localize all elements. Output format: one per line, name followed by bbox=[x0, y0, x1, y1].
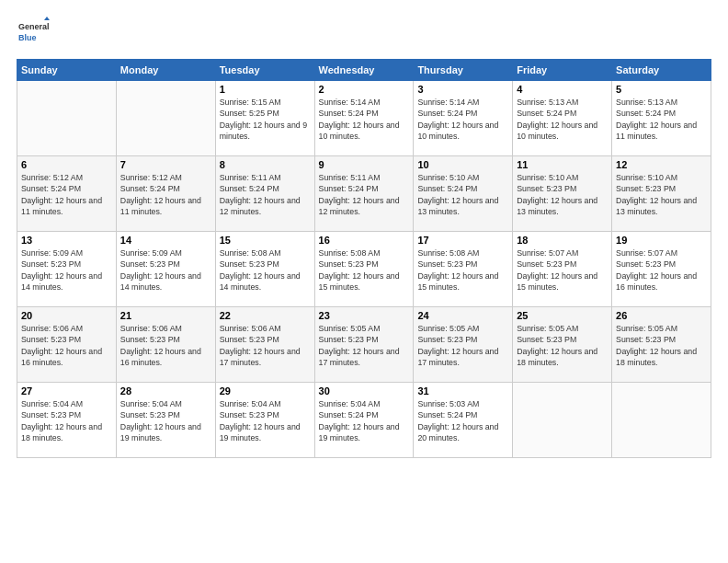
day-number: 16 bbox=[319, 235, 410, 246]
day-cell: 6Sunrise: 5:12 AM Sunset: 5:24 PM Daylig… bbox=[17, 156, 117, 232]
day-number: 22 bbox=[220, 310, 311, 321]
day-number: 24 bbox=[417, 310, 508, 321]
day-cell: 23Sunrise: 5:05 AM Sunset: 5:23 PM Dayli… bbox=[314, 307, 414, 383]
day-number: 31 bbox=[417, 385, 508, 396]
header-cell-tuesday: Tuesday bbox=[215, 60, 314, 81]
header-cell-saturday: Saturday bbox=[612, 60, 711, 81]
day-cell bbox=[612, 383, 711, 458]
day-number: 26 bbox=[616, 310, 707, 321]
day-cell: 29Sunrise: 5:04 AM Sunset: 5:23 PM Dayli… bbox=[215, 383, 314, 458]
week-row-2: 6Sunrise: 5:12 AM Sunset: 5:24 PM Daylig… bbox=[17, 156, 711, 232]
day-cell: 18Sunrise: 5:07 AM Sunset: 5:23 PM Dayli… bbox=[513, 232, 612, 307]
day-info: Sunrise: 5:08 AM Sunset: 5:23 PM Dayligh… bbox=[417, 247, 508, 293]
day-info: Sunrise: 5:11 AM Sunset: 5:24 PM Dayligh… bbox=[319, 172, 410, 217]
day-cell: 30Sunrise: 5:04 AM Sunset: 5:24 PM Dayli… bbox=[314, 383, 414, 458]
day-info: Sunrise: 5:06 AM Sunset: 5:23 PM Dayligh… bbox=[21, 323, 112, 368]
day-cell: 27Sunrise: 5:04 AM Sunset: 5:23 PM Dayli… bbox=[17, 383, 117, 458]
day-cell: 16Sunrise: 5:08 AM Sunset: 5:23 PM Dayli… bbox=[314, 232, 414, 307]
day-info: Sunrise: 5:15 AM Sunset: 5:25 PM Dayligh… bbox=[220, 97, 311, 142]
day-cell: 9Sunrise: 5:11 AM Sunset: 5:24 PM Daylig… bbox=[314, 156, 414, 232]
day-cell: 2Sunrise: 5:14 AM Sunset: 5:24 PM Daylig… bbox=[314, 81, 414, 156]
day-info: Sunrise: 5:09 AM Sunset: 5:23 PM Dayligh… bbox=[21, 247, 112, 293]
day-number: 8 bbox=[220, 159, 311, 170]
week-row-5: 27Sunrise: 5:04 AM Sunset: 5:23 PM Dayli… bbox=[17, 383, 711, 458]
day-cell: 15Sunrise: 5:08 AM Sunset: 5:23 PM Dayli… bbox=[215, 232, 314, 307]
day-info: Sunrise: 5:10 AM Sunset: 5:23 PM Dayligh… bbox=[517, 172, 608, 217]
day-number: 15 bbox=[220, 235, 311, 246]
day-info: Sunrise: 5:09 AM Sunset: 5:23 PM Dayligh… bbox=[120, 247, 211, 293]
day-info: Sunrise: 5:04 AM Sunset: 5:23 PM Dayligh… bbox=[220, 398, 311, 443]
day-info: Sunrise: 5:14 AM Sunset: 5:24 PM Dayligh… bbox=[319, 97, 410, 142]
day-number: 13 bbox=[21, 235, 112, 246]
day-number: 2 bbox=[319, 84, 410, 95]
day-number: 12 bbox=[616, 159, 707, 170]
day-number: 9 bbox=[319, 159, 410, 170]
week-row-4: 20Sunrise: 5:06 AM Sunset: 5:23 PM Dayli… bbox=[17, 307, 711, 383]
day-cell: 5Sunrise: 5:13 AM Sunset: 5:24 PM Daylig… bbox=[612, 81, 711, 156]
day-info: Sunrise: 5:07 AM Sunset: 5:23 PM Dayligh… bbox=[517, 247, 608, 293]
week-row-1: 1Sunrise: 5:15 AM Sunset: 5:25 PM Daylig… bbox=[17, 81, 711, 156]
svg-text:Blue: Blue bbox=[18, 33, 37, 42]
day-cell: 26Sunrise: 5:05 AM Sunset: 5:23 PM Dayli… bbox=[612, 307, 711, 383]
day-info: Sunrise: 5:05 AM Sunset: 5:23 PM Dayligh… bbox=[616, 323, 707, 368]
day-cell: 4Sunrise: 5:13 AM Sunset: 5:24 PM Daylig… bbox=[513, 81, 612, 156]
day-number: 21 bbox=[120, 310, 211, 321]
calendar-table: SundayMondayTuesdayWednesdayThursdayFrid… bbox=[17, 59, 711, 458]
day-cell: 21Sunrise: 5:06 AM Sunset: 5:23 PM Dayli… bbox=[116, 307, 215, 383]
day-cell: 19Sunrise: 5:07 AM Sunset: 5:23 PM Dayli… bbox=[612, 232, 711, 307]
day-info: Sunrise: 5:07 AM Sunset: 5:23 PM Dayligh… bbox=[616, 247, 707, 293]
day-cell: 10Sunrise: 5:10 AM Sunset: 5:24 PM Dayli… bbox=[414, 156, 513, 232]
day-cell: 24Sunrise: 5:05 AM Sunset: 5:23 PM Dayli… bbox=[414, 307, 513, 383]
day-cell: 25Sunrise: 5:05 AM Sunset: 5:23 PM Dayli… bbox=[513, 307, 612, 383]
day-number: 17 bbox=[417, 235, 508, 246]
day-number: 19 bbox=[616, 235, 707, 246]
day-cell: 11Sunrise: 5:10 AM Sunset: 5:23 PM Dayli… bbox=[513, 156, 612, 232]
day-number: 30 bbox=[319, 385, 410, 396]
day-number: 4 bbox=[517, 84, 608, 95]
day-cell: 12Sunrise: 5:10 AM Sunset: 5:23 PM Dayli… bbox=[612, 156, 711, 232]
day-number: 29 bbox=[220, 385, 311, 396]
calendar-header: SundayMondayTuesdayWednesdayThursdayFrid… bbox=[17, 60, 711, 81]
day-info: Sunrise: 5:04 AM Sunset: 5:24 PM Dayligh… bbox=[319, 398, 410, 443]
day-info: Sunrise: 5:05 AM Sunset: 5:23 PM Dayligh… bbox=[517, 323, 608, 368]
header-cell-friday: Friday bbox=[513, 60, 612, 81]
svg-text:General: General bbox=[18, 22, 50, 31]
day-cell: 20Sunrise: 5:06 AM Sunset: 5:23 PM Dayli… bbox=[17, 307, 117, 383]
day-info: Sunrise: 5:06 AM Sunset: 5:23 PM Dayligh… bbox=[220, 323, 311, 368]
day-info: Sunrise: 5:10 AM Sunset: 5:23 PM Dayligh… bbox=[616, 172, 707, 217]
day-number: 10 bbox=[417, 159, 508, 170]
header-cell-wednesday: Wednesday bbox=[314, 60, 414, 81]
day-info: Sunrise: 5:12 AM Sunset: 5:24 PM Dayligh… bbox=[21, 172, 112, 217]
day-info: Sunrise: 5:10 AM Sunset: 5:24 PM Dayligh… bbox=[417, 172, 508, 217]
header-cell-sunday: Sunday bbox=[17, 60, 117, 81]
calendar-page: General Blue SundayMondayTuesdayWednesda… bbox=[0, 0, 728, 563]
day-cell: 14Sunrise: 5:09 AM Sunset: 5:23 PM Dayli… bbox=[116, 232, 215, 307]
day-info: Sunrise: 5:08 AM Sunset: 5:23 PM Dayligh… bbox=[319, 247, 410, 293]
day-number: 7 bbox=[120, 159, 211, 170]
day-info: Sunrise: 5:14 AM Sunset: 5:24 PM Dayligh… bbox=[417, 97, 508, 142]
day-cell: 1Sunrise: 5:15 AM Sunset: 5:25 PM Daylig… bbox=[215, 81, 314, 156]
day-number: 20 bbox=[21, 310, 112, 321]
logo-svg: General Blue bbox=[17, 17, 50, 50]
day-number: 1 bbox=[220, 84, 311, 95]
day-number: 5 bbox=[616, 84, 707, 95]
day-info: Sunrise: 5:08 AM Sunset: 5:23 PM Dayligh… bbox=[220, 247, 311, 293]
day-cell: 17Sunrise: 5:08 AM Sunset: 5:23 PM Dayli… bbox=[414, 232, 513, 307]
day-number: 18 bbox=[517, 235, 608, 246]
week-row-3: 13Sunrise: 5:09 AM Sunset: 5:23 PM Dayli… bbox=[17, 232, 711, 307]
day-number: 3 bbox=[417, 84, 508, 95]
day-number: 25 bbox=[517, 310, 608, 321]
day-cell: 13Sunrise: 5:09 AM Sunset: 5:23 PM Dayli… bbox=[17, 232, 117, 307]
day-info: Sunrise: 5:04 AM Sunset: 5:23 PM Dayligh… bbox=[120, 398, 211, 443]
day-cell bbox=[116, 81, 215, 156]
header: General Blue bbox=[17, 17, 711, 50]
day-cell: 31Sunrise: 5:03 AM Sunset: 5:24 PM Dayli… bbox=[414, 383, 513, 458]
day-info: Sunrise: 5:03 AM Sunset: 5:24 PM Dayligh… bbox=[417, 398, 508, 443]
day-number: 11 bbox=[517, 159, 608, 170]
day-number: 23 bbox=[319, 310, 410, 321]
day-info: Sunrise: 5:04 AM Sunset: 5:23 PM Dayligh… bbox=[21, 398, 112, 443]
day-cell: 3Sunrise: 5:14 AM Sunset: 5:24 PM Daylig… bbox=[414, 81, 513, 156]
day-info: Sunrise: 5:13 AM Sunset: 5:24 PM Dayligh… bbox=[616, 97, 707, 142]
logo: General Blue bbox=[17, 17, 50, 50]
day-number: 14 bbox=[120, 235, 211, 246]
